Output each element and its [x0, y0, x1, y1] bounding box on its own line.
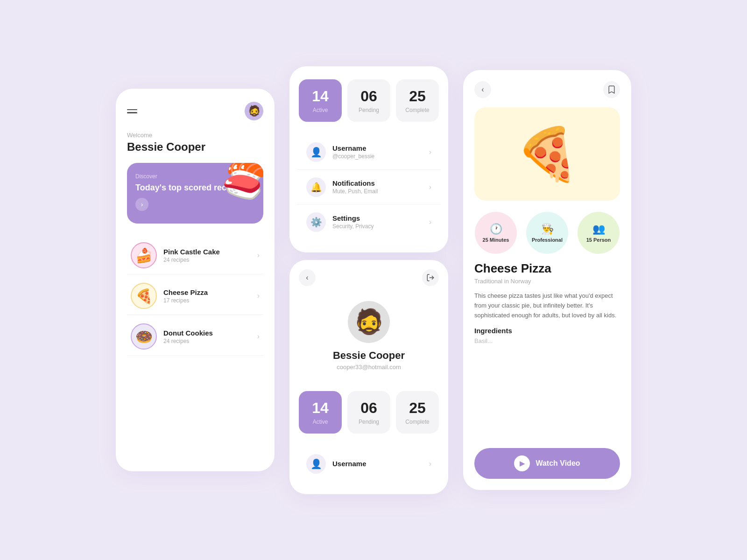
banner-arrow-btn[interactable]: ›: [135, 198, 148, 211]
hamburger-menu[interactable]: [127, 109, 137, 113]
donut-chevron-icon: ›: [257, 332, 260, 341]
play-icon: ▶: [514, 455, 530, 471]
recipe-item-cake[interactable]: 🍰 Pink Castle Cake 24 recipes ›: [127, 237, 263, 274]
watch-btn-label: Watch Video: [536, 459, 580, 468]
recipe-detail-card: ‹ 🍕 🕐 25 Minutes 👨‍🍳 Professional 👥 15 P…: [463, 70, 631, 490]
badge-level-label: Professional: [532, 237, 563, 243]
pizza-chevron-icon: ›: [257, 292, 260, 300]
notifications-chevron-icon: ›: [429, 183, 431, 191]
notifications-title: Notifications: [332, 179, 429, 187]
username-title: Username: [332, 144, 429, 152]
recipe-description: This cheese pizza tastes just like what …: [474, 291, 620, 320]
discover-banner[interactable]: Discover Today's top scored recipe! › 🍣: [127, 163, 263, 224]
username-title-2: Username: [332, 460, 429, 468]
menu-section-partial: 👤 Username ›: [297, 443, 441, 485]
stats-menu-card: 14 Active 06 Pending 25 Complete 👤 Usern…: [289, 66, 448, 252]
recipe-list: 🍰 Pink Castle Cake 24 recipes › 🍕 Cheese…: [127, 237, 263, 356]
profile-name: Bessie Cooper: [333, 350, 405, 362]
settings-menu: 👤 Username @cooper_bessie › 🔔 Notificati…: [297, 131, 441, 243]
notifications-icon: 🔔: [306, 177, 326, 197]
cake-count: 24 recipes: [163, 257, 257, 263]
profile-card-group: 14 Active 06 Pending 25 Complete 👤 Usern…: [289, 66, 448, 494]
badge-serving-label: 15 Person: [586, 237, 611, 243]
notifications-info: Notifications Mute, Push, Email: [332, 179, 429, 195]
badge-serving: 👥 15 Person: [578, 212, 620, 254]
ingredients-label: Ingredients: [474, 327, 620, 335]
back-btn-profile[interactable]: ‹: [299, 269, 316, 286]
username-icon-2: 👤: [306, 454, 326, 474]
stat-pending-label: Pending: [359, 107, 379, 113]
person-icon: 👥: [592, 223, 605, 235]
menu-username[interactable]: 👤 Username @cooper_bessie ›: [297, 135, 441, 170]
recipe-badges: 🕐 25 Minutes 👨‍🍳 Professional 👥 15 Perso…: [463, 201, 631, 258]
cake-chevron-icon: ›: [257, 251, 260, 259]
user-avatar-large: 🧔: [348, 301, 390, 343]
stat-active-2: 14 Active: [299, 391, 342, 434]
pizza-name: Cheese Pizza: [163, 288, 257, 296]
stat-complete: 25 Complete: [396, 79, 439, 122]
donut-icon: 🍩: [131, 323, 157, 350]
settings-info: Settings Security, Privacy: [332, 214, 429, 230]
donut-info: Donut Cookies 24 recipes: [163, 329, 257, 344]
settings-chevron-icon: ›: [429, 218, 431, 226]
pizza-info: Cheese Pizza 17 recipes: [163, 288, 257, 304]
recipe-origin: Traditional in Norway: [474, 278, 620, 285]
user-name-home: Bessie Cooper: [127, 140, 263, 154]
recipe-item-donut[interactable]: 🍩 Donut Cookies 24 recipes ›: [127, 318, 263, 356]
username-icon: 👤: [306, 142, 326, 162]
settings-icon: ⚙️: [306, 212, 326, 232]
username-info-2: Username: [332, 460, 429, 468]
stats-row-profile: 14 Active 06 Pending 25 Complete: [289, 391, 448, 443]
user-avatar-small[interactable]: 🧔: [245, 102, 263, 120]
username-info: Username @cooper_bessie: [332, 144, 429, 160]
stat-pending-num-2: 06: [360, 399, 377, 417]
welcome-label: Welcome: [127, 132, 263, 139]
banner-food-emoji: 🍣: [218, 163, 263, 206]
stat-complete-label: Complete: [405, 107, 429, 113]
bookmark-btn[interactable]: [603, 81, 620, 98]
watch-video-button[interactable]: ▶ Watch Video: [474, 448, 620, 479]
top-bar: 🧔: [127, 102, 263, 120]
badge-time-label: 25 Minutes: [483, 237, 509, 243]
stat-active-num-2: 14: [312, 399, 329, 417]
cake-icon: 🍰: [131, 242, 157, 268]
pizza-count: 17 recipes: [163, 297, 257, 304]
stat-pending-2: 06 Pending: [347, 391, 390, 434]
menu-notifications[interactable]: 🔔 Notifications Mute, Push, Email ›: [297, 170, 441, 205]
stat-pending-label-2: Pending: [359, 419, 379, 425]
menu-settings[interactable]: ⚙️ Settings Security, Privacy ›: [297, 205, 441, 239]
recipe-title: Cheese Pizza: [474, 261, 620, 276]
stats-row-top: 14 Active 06 Pending 25 Complete: [289, 66, 448, 131]
stat-complete-2: 25 Complete: [396, 391, 439, 434]
username-chevron-icon: ›: [429, 148, 431, 156]
ingredients-preview: Basil...: [474, 337, 620, 344]
stat-active: 14 Active: [299, 79, 342, 122]
username-chevron-icon-2: ›: [429, 460, 431, 468]
stat-complete-num-2: 25: [409, 399, 426, 417]
recipe-image: 🍕: [474, 107, 620, 201]
detail-top-bar: ‹: [463, 70, 631, 104]
username-sub: @cooper_bessie: [332, 153, 429, 160]
badge-time: 🕐 25 Minutes: [475, 212, 517, 254]
back-btn-detail[interactable]: ‹: [474, 81, 491, 98]
badge-level: 👨‍🍳 Professional: [526, 212, 568, 254]
stat-active-label: Active: [313, 107, 328, 113]
stat-pending-num: 06: [360, 88, 377, 105]
recipe-details: Cheese Pizza Traditional in Norway This …: [463, 258, 631, 442]
recipe-item-pizza[interactable]: 🍕 Cheese Pizza 17 recipes ›: [127, 277, 263, 315]
stat-active-num: 14: [312, 88, 329, 105]
settings-title: Settings: [332, 214, 429, 222]
clock-icon: 🕐: [490, 223, 502, 235]
profile-section: 🧔 Bessie Cooper cooper33@hotmail.com: [289, 286, 448, 391]
cake-name: Pink Castle Cake: [163, 248, 257, 256]
back-arrow-icon: ‹: [481, 85, 484, 94]
profile-bottom-card: ‹ 🧔 Bessie Cooper cooper33@hotmail.com 1…: [289, 260, 448, 494]
stat-complete-label-2: Complete: [405, 419, 429, 425]
menu-username-2[interactable]: 👤 Username ›: [297, 447, 441, 481]
logout-btn[interactable]: [422, 269, 439, 286]
pizza-icon: 🍕: [131, 283, 157, 309]
stat-complete-num: 25: [409, 88, 426, 105]
cake-info: Pink Castle Cake 24 recipes: [163, 248, 257, 263]
donut-name: Donut Cookies: [163, 329, 257, 337]
stat-pending: 06 Pending: [347, 79, 390, 122]
